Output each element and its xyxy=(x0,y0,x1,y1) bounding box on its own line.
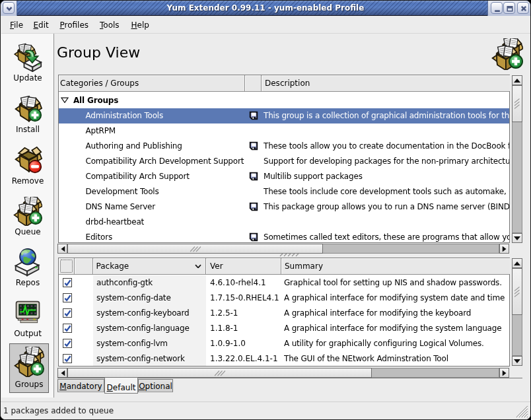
expander-open-icon[interactable] xyxy=(61,97,69,103)
column-header-categories[interactable]: Categories / Groups xyxy=(59,75,245,91)
group-vscroll-up-button[interactable] xyxy=(512,75,522,85)
group-description: This group is a collection of graphical … xyxy=(264,111,509,120)
package-row[interactable]: system-config-lvm1.0.9-1.0A utility for … xyxy=(59,336,509,351)
tab-mandatory[interactable]: Mandatory xyxy=(57,379,104,392)
package-summary: Graphical tool for setting up NIS and sh… xyxy=(284,278,509,287)
group-row[interactable]: Development ToolsThese tools include cor… xyxy=(59,184,509,199)
package-checkbox[interactable] xyxy=(63,324,72,333)
group-row[interactable]: drbd-heartbeat xyxy=(59,215,509,230)
package-checkbox[interactable] xyxy=(63,339,72,348)
package-version: 1.7.15-0.RHEL4.1 xyxy=(210,293,279,302)
package-checkbox[interactable] xyxy=(63,354,72,363)
column-header-icon[interactable] xyxy=(245,75,262,91)
check-icon xyxy=(63,294,71,302)
group-description: These tools include core development too… xyxy=(264,187,509,196)
group-name: All Groups xyxy=(73,96,118,105)
menu-edit[interactable]: Edit xyxy=(34,20,49,30)
maximize-icon xyxy=(505,4,514,13)
group-name: Compatibility Arch Support xyxy=(86,172,190,181)
column-header-select[interactable] xyxy=(59,258,75,274)
column-header-flag[interactable] xyxy=(75,258,93,274)
group-row[interactable]: All Groups xyxy=(59,93,509,108)
app-window: Yum Extender 0.99.11 - yum-enabled Profi… xyxy=(0,0,531,420)
floppy-icon xyxy=(249,141,258,151)
group-vscroll-down-button[interactable] xyxy=(512,233,522,243)
maximize-button[interactable] xyxy=(503,2,515,14)
sidebar-item-update[interactable]: Update xyxy=(1,43,54,92)
package-table: Package Ver Summary authconfig-gtk4.6.10… xyxy=(58,258,510,367)
menu-file[interactable]: File xyxy=(10,20,23,30)
titlebar[interactable]: Yum Extender 0.99.11 - yum-enabled Profi… xyxy=(1,1,530,16)
sidebar-item-remove[interactable]: Remove xyxy=(1,146,54,195)
close-button[interactable] xyxy=(517,2,529,14)
group-row[interactable]: EditorsSometimes called text editors, th… xyxy=(59,230,509,242)
grip-icon xyxy=(514,98,520,109)
group-hscroll-left-button[interactable] xyxy=(57,244,67,254)
menubar: FileEditProfilesToolsHelp xyxy=(1,17,531,34)
group-table-body: All GroupsAdministration ToolsThis group… xyxy=(59,92,509,242)
group-row[interactable]: AptRPM xyxy=(59,123,509,139)
group-name: Editors xyxy=(86,232,113,242)
package-vscroll-down-button[interactable] xyxy=(512,356,522,366)
status-text: 1 packages added to queue xyxy=(3,406,114,415)
minimize-button[interactable] xyxy=(491,2,503,14)
package-vscroll-thumb[interactable] xyxy=(512,268,522,315)
tab-optional[interactable]: Optional xyxy=(138,379,173,392)
package-row[interactable]: system-config-network1.3.22.0.EL.4.1-1Th… xyxy=(59,351,509,366)
package-hscroll-right-button[interactable] xyxy=(499,368,509,378)
group-vscroll-thumb[interactable] xyxy=(512,85,522,122)
group-row[interactable]: Administration ToolsThis group is a coll… xyxy=(59,108,509,123)
package-checkbox[interactable] xyxy=(63,293,72,302)
sidebar-item-label: Install xyxy=(1,125,54,134)
sidebar-item-label: Output xyxy=(1,329,54,338)
group-row[interactable]: DNS Name ServerThis package group allows… xyxy=(59,199,509,215)
column-header-summary[interactable]: Summary xyxy=(281,258,510,274)
package-row[interactable]: authconfig-gtk4.6.10-rhel4.1Graphical to… xyxy=(59,275,509,291)
resize-grip[interactable] xyxy=(515,405,528,418)
page-title: Group View xyxy=(57,44,140,61)
group-description: Multilib support packages xyxy=(264,172,509,181)
group-row[interactable]: Compatibility Arch SupportMultilib suppo… xyxy=(59,169,509,184)
group-name: drbd-heartbeat xyxy=(86,217,145,227)
menu-profiles[interactable]: Profiles xyxy=(60,20,89,30)
package-version: 4.6.10-rhel4.1 xyxy=(210,278,266,287)
sidebar-item-output[interactable]: Output xyxy=(1,298,54,347)
sidebar-item-install[interactable]: Install xyxy=(1,94,54,143)
menu-help[interactable]: Help xyxy=(131,20,149,30)
package-vscroll-up-button[interactable] xyxy=(512,258,522,268)
sidebar-item-repos[interactable]: Repos xyxy=(1,248,54,297)
sidebar-item-queue[interactable]: Queue xyxy=(1,197,54,246)
group-hscroll-right-button[interactable] xyxy=(499,244,509,254)
group-description: This package group allows you to run a D… xyxy=(264,202,509,211)
package-checkbox[interactable] xyxy=(63,278,72,287)
paned-handle[interactable] xyxy=(279,252,299,257)
tab-default[interactable]: Default xyxy=(104,378,138,394)
package-hscroll-thumb[interactable] xyxy=(67,368,372,378)
main-pane: Group View Categories / Groups Descripti… xyxy=(55,34,531,402)
package-hscroll-left-button[interactable] xyxy=(57,368,67,378)
package-row[interactable]: system-config-keyboard1.2.5-1A graphical… xyxy=(59,306,509,321)
package-checkbox[interactable] xyxy=(63,308,72,318)
sidebar-item-groups[interactable]: Groups xyxy=(9,343,49,393)
group-name: AptRPM xyxy=(86,126,116,135)
column-header-package[interactable]: Package xyxy=(93,258,206,274)
floppy-icon xyxy=(249,232,258,242)
sidebar-item-label: Queue xyxy=(1,227,54,236)
package-table-body: authconfig-gtk4.6.10-rhel4.1Graphical to… xyxy=(59,275,509,366)
floppy-icon xyxy=(249,202,258,211)
package-row[interactable]: system-config-language1.1.8-1A graphical… xyxy=(59,321,509,336)
tab-label: Mandatory xyxy=(59,380,102,393)
package-table-header: Package Ver Summary xyxy=(59,258,509,275)
group-table: Categories / Groups Description All Grou… xyxy=(58,75,510,243)
column-header-ver[interactable]: Ver xyxy=(206,258,281,274)
minimize-icon xyxy=(493,4,502,13)
package-row[interactable]: system-config-date1.7.15-0.RHEL4.1A grap… xyxy=(59,291,509,306)
groups-page-icon xyxy=(491,38,523,70)
group-row[interactable]: Authoring and PublishingThese tools allo… xyxy=(59,139,509,154)
group-row[interactable]: Compatibility Arch Development SupportSu… xyxy=(59,154,509,169)
tab-label: Optional xyxy=(139,380,172,393)
arrow-down-icon xyxy=(514,236,520,241)
check-icon xyxy=(63,355,71,363)
column-header-description[interactable]: Description xyxy=(262,75,510,91)
menu-tools[interactable]: Tools xyxy=(100,20,120,30)
